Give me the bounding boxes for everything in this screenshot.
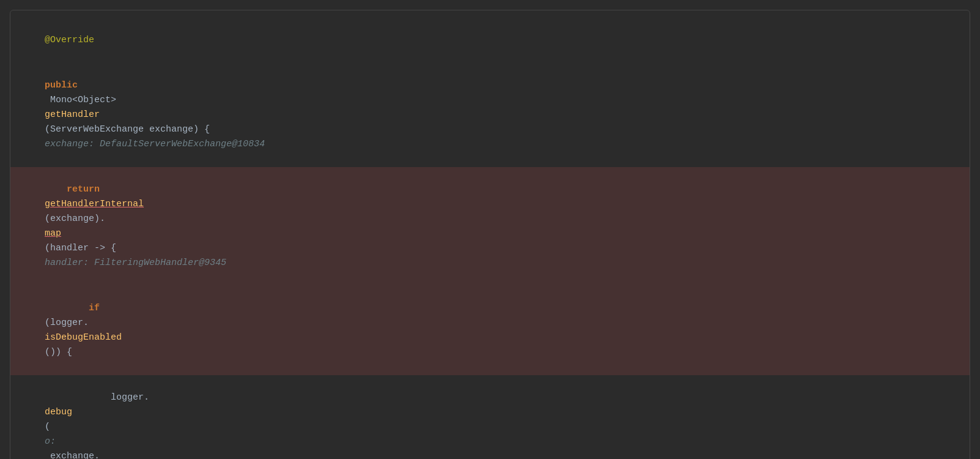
params-open: (ServerWebExchange exchange) { (45, 124, 226, 135)
logger-call: logger. (45, 392, 149, 403)
type-mono: Mono<Object> (45, 95, 122, 105)
annotation-override: @Override (45, 35, 94, 45)
keyword-public: public (45, 80, 78, 91)
debug-param-open: ( (45, 422, 56, 432)
method-gethandler: getHandler (45, 110, 100, 120)
debug-check: (logger. (45, 318, 89, 328)
method-gethandlerinternal: getHandlerInternal (45, 199, 144, 209)
code-line-1: @Override (10, 18, 970, 63)
keyword-if-1: if (45, 303, 105, 313)
hint-handler: handler: FilteringWebHandler@9345 (45, 258, 226, 268)
method-map: map (45, 228, 61, 239)
method-debug: debug (45, 407, 72, 417)
debug-close: ()) { (45, 347, 72, 357)
code-editor: @Override public Mono<Object> getHandler… (10, 10, 970, 459)
code-line-2: public Mono<Object> getHandler (ServerWe… (10, 63, 970, 167)
method-isdebugenabled: isDebugEnabled (45, 332, 122, 343)
code-line-5: logger. debug ( o: exchange. getLogPrefi… (10, 375, 970, 459)
map-call: (exchange). (45, 214, 105, 224)
hint-exchange: exchange: DefaultServerWebExchange@10834 (45, 139, 265, 149)
code-line-4: if (logger. isDebugEnabled ()) { (10, 286, 970, 375)
lambda-open: (handler -> { (45, 243, 133, 253)
keyword-return: return (45, 184, 105, 195)
param-o: o: (45, 436, 56, 447)
get-log-prefix: exchange. (45, 451, 100, 459)
code-line-3: return getHandlerInternal (exchange). ma… (10, 167, 970, 286)
